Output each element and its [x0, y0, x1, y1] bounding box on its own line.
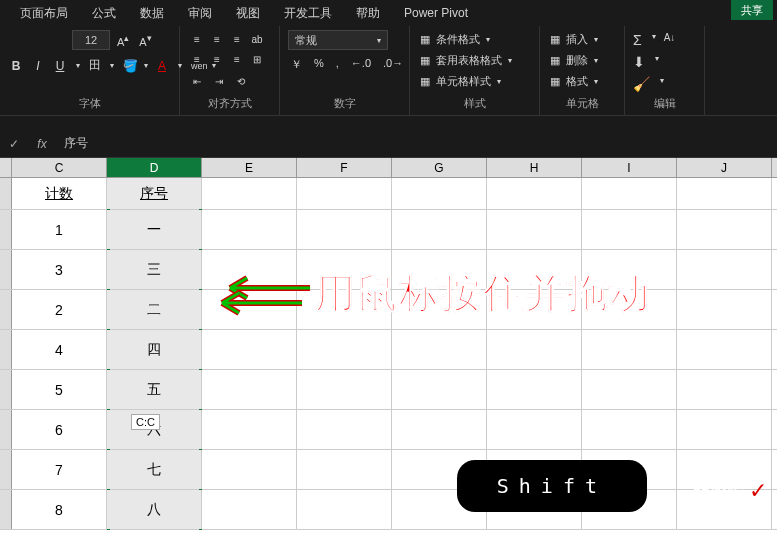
cell[interactable]: 1 — [12, 210, 107, 249]
cell[interactable] — [487, 178, 582, 209]
col-header-e[interactable]: E — [202, 158, 297, 177]
cell[interactable] — [202, 178, 297, 209]
cell[interactable] — [202, 410, 297, 449]
row-header[interactable] — [0, 290, 12, 329]
orientation-icon[interactable]: ⟲ — [232, 72, 250, 90]
fx-button[interactable]: fx — [28, 137, 56, 151]
align-right-icon[interactable]: ≡ — [228, 50, 246, 68]
cell[interactable]: 2 — [12, 290, 107, 329]
formula-confirm-button[interactable]: ✓ — [0, 137, 28, 151]
cell[interactable] — [392, 330, 487, 369]
cell[interactable] — [392, 210, 487, 249]
cell[interactable] — [297, 450, 392, 489]
cell[interactable] — [487, 370, 582, 409]
insert-button[interactable]: ▦ 插入 ▾ — [548, 30, 616, 49]
decrease-font-button[interactable]: A▾ — [136, 32, 154, 48]
fill-button[interactable]: ⬇ — [633, 54, 645, 70]
dropdown-icon[interactable]: ▾ — [144, 61, 148, 70]
col-header-i[interactable]: I — [582, 158, 677, 177]
row-header[interactable] — [0, 490, 12, 529]
dropdown-icon[interactable]: ▾ — [110, 61, 114, 70]
wrap-text-button[interactable]: ab — [248, 30, 266, 48]
col-header-g[interactable]: G — [392, 158, 487, 177]
cell[interactable] — [392, 410, 487, 449]
tab-pivot[interactable]: Power Pivot — [392, 0, 480, 26]
indent-dec-icon[interactable]: ⇤ — [188, 72, 206, 90]
cell[interactable]: 一 — [107, 210, 202, 249]
table-format-button[interactable]: ▦ 套用表格格式 ▾ — [418, 51, 531, 70]
cell[interactable]: 4 — [12, 330, 107, 369]
currency-button[interactable]: ￥ — [288, 56, 305, 73]
cell[interactable] — [202, 490, 297, 529]
cell[interactable]: 6 — [12, 410, 107, 449]
cell[interactable] — [487, 210, 582, 249]
tab-layout[interactable]: 页面布局 — [8, 0, 80, 26]
cell[interactable] — [392, 178, 487, 209]
chevron-down-icon[interactable]: ▾ — [652, 32, 656, 48]
col-header-h[interactable]: H — [487, 158, 582, 177]
tab-data[interactable]: 数据 — [128, 0, 176, 26]
cell[interactable]: 二 — [107, 290, 202, 329]
chevron-down-icon[interactable]: ▾ — [660, 76, 664, 92]
cell[interactable] — [582, 330, 677, 369]
merge-button[interactable]: ⊞ — [248, 50, 266, 68]
col-header-f[interactable]: F — [297, 158, 392, 177]
font-color-button[interactable]: A — [154, 58, 170, 74]
italic-button[interactable]: I — [30, 58, 46, 74]
cell-style-button[interactable]: ▦ 单元格样式 ▾ — [418, 72, 531, 91]
cell[interactable] — [202, 370, 297, 409]
clear-button[interactable]: 🧹 — [633, 76, 650, 92]
cell[interactable] — [582, 210, 677, 249]
cell[interactable] — [582, 178, 677, 209]
row-header[interactable] — [0, 370, 12, 409]
formula-input[interactable]: 序号 — [56, 135, 777, 152]
cell[interactable] — [582, 370, 677, 409]
border-button[interactable]: 田 — [86, 56, 102, 75]
select-all-corner[interactable] — [0, 158, 12, 177]
cell[interactable] — [677, 410, 772, 449]
row-header[interactable] — [0, 330, 12, 369]
indent-inc-icon[interactable]: ⇥ — [210, 72, 228, 90]
cell[interactable]: 五 — [107, 370, 202, 409]
cell[interactable] — [677, 290, 772, 329]
cell[interactable] — [582, 410, 677, 449]
cell[interactable]: 四 — [107, 330, 202, 369]
cell[interactable] — [677, 370, 772, 409]
percent-button[interactable]: % — [311, 56, 327, 73]
tab-dev[interactable]: 开发工具 — [272, 0, 344, 26]
cell[interactable]: 5 — [12, 370, 107, 409]
cell[interactable] — [202, 450, 297, 489]
cell[interactable] — [487, 410, 582, 449]
align-left-icon[interactable]: ≡ — [188, 50, 206, 68]
tab-view[interactable]: 视图 — [224, 0, 272, 26]
cell[interactable]: 三 — [107, 250, 202, 289]
cell[interactable]: 3 — [12, 250, 107, 289]
cell[interactable]: 七 — [107, 450, 202, 489]
share-button[interactable]: 共享 — [731, 0, 773, 20]
cell[interactable]: 计数 — [12, 178, 107, 209]
align-bottom-icon[interactable]: ≡ — [228, 30, 246, 48]
row-header[interactable] — [0, 410, 12, 449]
cell[interactable] — [677, 330, 772, 369]
increase-decimal-button[interactable]: ←.0 — [348, 56, 374, 73]
cell[interactable] — [297, 410, 392, 449]
cell[interactable] — [202, 210, 297, 249]
increase-font-button[interactable]: A▴ — [114, 32, 132, 48]
row-header[interactable] — [0, 210, 12, 249]
underline-button[interactable]: U — [52, 58, 68, 74]
cell[interactable]: 八 — [107, 490, 202, 529]
align-top-icon[interactable]: ≡ — [188, 30, 206, 48]
cell[interactable] — [297, 210, 392, 249]
col-header-d[interactable]: D — [107, 158, 202, 177]
align-middle-icon[interactable]: ≡ — [208, 30, 226, 48]
cell[interactable] — [297, 330, 392, 369]
tab-review[interactable]: 审阅 — [176, 0, 224, 26]
col-header-c[interactable]: C — [12, 158, 107, 177]
cell[interactable] — [297, 370, 392, 409]
font-size-input[interactable] — [72, 30, 110, 50]
cell[interactable] — [487, 330, 582, 369]
sort-filter-button[interactable]: A↓ — [664, 32, 676, 48]
conditional-format-button[interactable]: ▦ 条件格式 ▾ — [418, 30, 531, 49]
align-center-icon[interactable]: ≡ — [208, 50, 226, 68]
row-header[interactable] — [0, 450, 12, 489]
